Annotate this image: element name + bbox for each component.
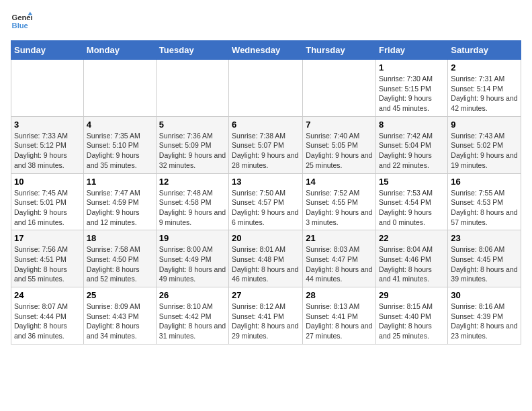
day-cell: 22Sunrise: 8:04 AM Sunset: 4:46 PM Dayli… [376,230,448,287]
day-number: 10 [14,177,81,187]
day-cell: 17Sunrise: 7:56 AM Sunset: 4:51 PM Dayli… [11,230,84,287]
day-info: Sunrise: 7:48 AM Sunset: 4:58 PM Dayligh… [159,188,226,228]
header-cell-wednesday: Wednesday [229,41,303,60]
day-number: 29 [379,290,445,300]
day-number: 8 [379,120,445,130]
day-cell: 15Sunrise: 7:53 AM Sunset: 4:54 PM Dayli… [376,173,448,230]
day-number: 22 [379,233,445,243]
day-info: Sunrise: 7:58 AM Sunset: 4:50 PM Dayligh… [87,244,153,284]
week-row-3: 10Sunrise: 7:45 AM Sunset: 5:01 PM Dayli… [11,173,521,230]
day-cell: 14Sunrise: 7:52 AM Sunset: 4:55 PM Dayli… [303,173,376,230]
day-cell: 21Sunrise: 8:03 AM Sunset: 4:47 PM Dayli… [303,230,376,287]
day-cell: 26Sunrise: 8:10 AM Sunset: 4:42 PM Dayli… [156,287,228,345]
svg-text:Blue: Blue [12,21,28,30]
day-cell: 7Sunrise: 7:40 AM Sunset: 5:05 PM Daylig… [303,116,376,173]
day-number: 5 [159,120,226,130]
day-number: 13 [232,177,300,187]
day-number: 14 [306,177,373,187]
day-info: Sunrise: 7:40 AM Sunset: 5:05 PM Dayligh… [306,131,373,171]
header-cell-sunday: Sunday [11,41,84,60]
day-cell: 6Sunrise: 7:38 AM Sunset: 5:07 PM Daylig… [229,116,303,173]
day-number: 24 [14,290,81,300]
day-number: 23 [451,233,518,243]
day-number: 16 [451,177,518,187]
day-number: 17 [14,233,81,243]
day-cell: 1Sunrise: 7:30 AM Sunset: 5:15 PM Daylig… [376,60,448,117]
day-info: Sunrise: 7:45 AM Sunset: 5:01 PM Dayligh… [14,188,81,228]
day-number: 27 [232,290,300,300]
logo: General Blue [11,11,35,32]
day-cell: 3Sunrise: 7:33 AM Sunset: 5:12 PM Daylig… [11,116,84,173]
calendar-header: SundayMondayTuesdayWednesdayThursdayFrid… [11,41,521,60]
day-cell: 9Sunrise: 7:43 AM Sunset: 5:02 PM Daylig… [448,116,521,173]
day-cell: 30Sunrise: 8:16 AM Sunset: 4:39 PM Dayli… [448,287,521,345]
day-cell: 2Sunrise: 7:31 AM Sunset: 5:14 PM Daylig… [448,60,521,117]
day-info: Sunrise: 8:10 AM Sunset: 4:42 PM Dayligh… [159,302,226,341]
week-row-5: 24Sunrise: 8:07 AM Sunset: 4:44 PM Dayli… [11,287,521,345]
calendar-table: SundayMondayTuesdayWednesdayThursdayFrid… [11,40,521,345]
day-info: Sunrise: 8:01 AM Sunset: 4:48 PM Dayligh… [232,244,300,284]
day-cell: 16Sunrise: 7:55 AM Sunset: 4:53 PM Dayli… [448,173,521,230]
day-info: Sunrise: 8:04 AM Sunset: 4:46 PM Dayligh… [379,244,445,284]
day-info: Sunrise: 8:16 AM Sunset: 4:39 PM Dayligh… [451,302,518,341]
day-info: Sunrise: 7:52 AM Sunset: 4:55 PM Dayligh… [306,188,373,228]
header-cell-tuesday: Tuesday [156,41,228,60]
day-cell: 23Sunrise: 8:06 AM Sunset: 4:45 PM Dayli… [448,230,521,287]
header-cell-thursday: Thursday [303,41,376,60]
day-cell: 27Sunrise: 8:12 AM Sunset: 4:41 PM Dayli… [229,287,303,345]
header: General Blue [11,11,521,32]
day-info: Sunrise: 7:30 AM Sunset: 5:15 PM Dayligh… [379,74,445,113]
day-cell: 11Sunrise: 7:47 AM Sunset: 4:59 PM Dayli… [83,173,156,230]
day-cell: 12Sunrise: 7:48 AM Sunset: 4:58 PM Dayli… [156,173,228,230]
day-info: Sunrise: 8:09 AM Sunset: 4:43 PM Dayligh… [87,302,153,341]
day-info: Sunrise: 8:00 AM Sunset: 4:49 PM Dayligh… [159,244,226,284]
logo-icon: General Blue [11,11,32,32]
day-info: Sunrise: 8:07 AM Sunset: 4:44 PM Dayligh… [14,302,81,341]
day-info: Sunrise: 8:12 AM Sunset: 4:41 PM Dayligh… [232,302,300,341]
day-number: 7 [306,120,373,130]
day-cell [156,60,228,117]
day-info: Sunrise: 7:35 AM Sunset: 5:10 PM Dayligh… [87,131,153,171]
day-cell [303,60,376,117]
week-row-1: 1Sunrise: 7:30 AM Sunset: 5:15 PM Daylig… [11,60,521,117]
day-cell: 5Sunrise: 7:36 AM Sunset: 5:09 PM Daylig… [156,116,228,173]
day-number: 6 [232,120,300,130]
day-cell: 8Sunrise: 7:42 AM Sunset: 5:04 PM Daylig… [376,116,448,173]
day-info: Sunrise: 7:38 AM Sunset: 5:07 PM Dayligh… [232,131,300,171]
day-cell [11,60,84,117]
day-info: Sunrise: 8:06 AM Sunset: 4:45 PM Dayligh… [451,244,518,284]
day-info: Sunrise: 7:31 AM Sunset: 5:14 PM Dayligh… [451,74,518,113]
day-number: 19 [159,233,226,243]
day-cell: 24Sunrise: 8:07 AM Sunset: 4:44 PM Dayli… [11,287,84,345]
day-info: Sunrise: 7:33 AM Sunset: 5:12 PM Dayligh… [14,131,81,171]
day-info: Sunrise: 7:50 AM Sunset: 4:57 PM Dayligh… [232,188,300,228]
day-number: 4 [87,120,153,130]
day-info: Sunrise: 8:03 AM Sunset: 4:47 PM Dayligh… [306,244,373,284]
day-cell: 13Sunrise: 7:50 AM Sunset: 4:57 PM Dayli… [229,173,303,230]
day-cell: 18Sunrise: 7:58 AM Sunset: 4:50 PM Dayli… [83,230,156,287]
day-info: Sunrise: 8:15 AM Sunset: 4:40 PM Dayligh… [379,302,445,341]
header-cell-friday: Friday [376,41,448,60]
day-number: 1 [379,62,445,73]
day-info: Sunrise: 7:42 AM Sunset: 5:04 PM Dayligh… [379,131,445,171]
day-number: 12 [159,177,226,187]
day-number: 26 [159,290,226,300]
day-cell: 4Sunrise: 7:35 AM Sunset: 5:10 PM Daylig… [83,116,156,173]
day-info: Sunrise: 7:56 AM Sunset: 4:51 PM Dayligh… [14,244,81,284]
day-info: Sunrise: 7:47 AM Sunset: 4:59 PM Dayligh… [87,188,153,228]
day-info: Sunrise: 7:43 AM Sunset: 5:02 PM Dayligh… [451,131,518,171]
day-cell: 29Sunrise: 8:15 AM Sunset: 4:40 PM Dayli… [376,287,448,345]
day-number: 21 [306,233,373,243]
header-cell-saturday: Saturday [448,41,521,60]
header-row: SundayMondayTuesdayWednesdayThursdayFrid… [11,41,521,60]
header-cell-monday: Monday [83,41,156,60]
day-number: 25 [87,290,153,300]
day-cell: 28Sunrise: 8:13 AM Sunset: 4:41 PM Dayli… [303,287,376,345]
day-number: 15 [379,177,445,187]
day-cell: 10Sunrise: 7:45 AM Sunset: 5:01 PM Dayli… [11,173,84,230]
day-number: 9 [451,120,518,130]
day-number: 11 [87,177,153,187]
day-number: 20 [232,233,300,243]
week-row-4: 17Sunrise: 7:56 AM Sunset: 4:51 PM Dayli… [11,230,521,287]
day-info: Sunrise: 7:55 AM Sunset: 4:53 PM Dayligh… [451,188,518,228]
